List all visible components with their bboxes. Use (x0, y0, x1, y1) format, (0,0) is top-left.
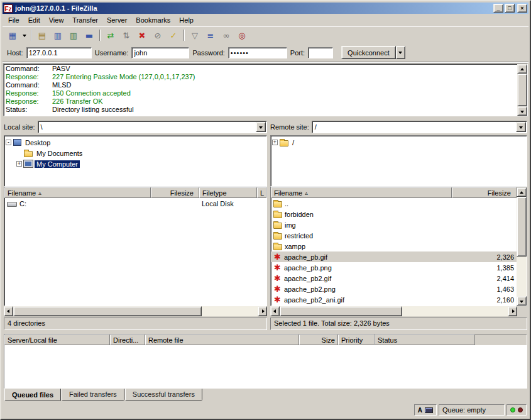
port-input[interactable] (308, 47, 333, 58)
disconnect-button[interactable]: ⊘ (150, 28, 165, 42)
tab[interactable]: Failed transfers (62, 389, 124, 401)
sync-browse-button[interactable]: ∞ (219, 28, 234, 42)
file-row[interactable]: apache_pb.png 1,385 (271, 262, 517, 273)
remote-site-combo[interactable]: / (312, 121, 527, 133)
remote-vscrollbar[interactable] (517, 187, 527, 306)
tree-item-label[interactable]: / (290, 139, 296, 146)
scrollbar-track[interactable] (13, 306, 258, 316)
tree-item[interactable]: + My Computer (16, 158, 265, 169)
tree-item[interactable]: + / (272, 137, 525, 148)
column-header[interactable]: Filetype (199, 187, 257, 198)
minimize-button[interactable]: _ (493, 4, 503, 13)
tab[interactable]: Queued files (4, 389, 61, 401)
column-header[interactable]: Filename▵ (4, 187, 151, 198)
file-name-cell: apache_pb.gif (271, 253, 452, 261)
host-input[interactable] (26, 47, 92, 58)
local-site-combo[interactable]: \ (38, 121, 267, 133)
tree-item[interactable]: - Desktop (6, 137, 265, 148)
scrollbar-track[interactable] (280, 306, 508, 316)
cancel-button[interactable]: ✖ (134, 28, 150, 42)
queue-column-header[interactable]: Remote file (145, 334, 299, 345)
menu-item[interactable]: Bookmarks (131, 14, 175, 26)
menu-item[interactable]: Transfer (68, 14, 102, 26)
scroll-down-button[interactable] (517, 296, 527, 306)
toolbar-separator[interactable] (29, 29, 34, 41)
verify-certificate-button[interactable]: ✓ (166, 28, 181, 42)
scroll-right-button[interactable] (258, 306, 267, 316)
refresh-button[interactable]: ⇄ (103, 28, 118, 42)
combo-dropdown-button[interactable] (256, 122, 266, 132)
scrollbar-track[interactable] (517, 74, 527, 106)
file-row[interactable]: xampp (271, 241, 517, 251)
scroll-left-button[interactable] (4, 306, 13, 316)
password-input[interactable] (228, 47, 287, 58)
menu-item[interactable]: Edit (24, 14, 45, 26)
filter-button[interactable]: ▽ (187, 28, 202, 42)
toolbar-dropdown-arrow[interactable] (21, 28, 28, 42)
compare-button[interactable]: ≡ (203, 28, 218, 42)
file-icon (273, 223, 282, 229)
file-row[interactable]: apache_pb.gif 2,326 (271, 251, 517, 262)
toggle-log-button[interactable]: ▤ (35, 28, 50, 42)
title-bar[interactable]: Fz john@127.0.0.1 - FileZilla _ □ × (3, 3, 528, 14)
scroll-up-button[interactable] (517, 64, 527, 74)
find-button[interactable]: ◎ (234, 28, 249, 42)
file-row[interactable]: apache_pb2.png 1,463 (271, 284, 517, 294)
close-button[interactable]: × (517, 4, 527, 13)
site-manager-button[interactable]: ▦ (5, 28, 20, 42)
scroll-right-button[interactable] (508, 306, 517, 316)
toolbar-separator[interactable] (182, 29, 187, 41)
file-row[interactable]: C: Local Disk (4, 198, 266, 209)
queue-column-header[interactable]: Server/Local file (4, 334, 110, 345)
log-scrollbar[interactable] (517, 64, 527, 116)
toolbar-separator[interactable] (97, 29, 102, 41)
local-hscrollbar[interactable] (4, 306, 267, 316)
scroll-left-button[interactable] (270, 306, 280, 316)
toggle-queue-button[interactable]: ▬ (82, 28, 97, 42)
tree-item-label[interactable]: My Computer (35, 160, 80, 168)
column-header[interactable]: Filesize (151, 187, 199, 198)
column-header[interactable]: Filename▵ (271, 187, 452, 198)
username-input[interactable] (131, 47, 189, 58)
queue-column-header[interactable]: Status (375, 334, 475, 345)
toggle-remote-tree-button[interactable]: ▥ (66, 28, 81, 42)
scrollbar-thumb[interactable] (280, 306, 402, 316)
menu-item[interactable]: Server (102, 14, 131, 26)
file-row[interactable]: apache_pb2.gif 2,414 (271, 273, 517, 284)
menu-item[interactable]: Help (175, 14, 198, 26)
remote-hscrollbar[interactable] (270, 306, 527, 316)
scrollbar-thumb[interactable] (517, 197, 527, 257)
quickconnect-dropdown-button[interactable] (396, 46, 405, 59)
tree-expander[interactable]: - (6, 140, 11, 145)
menu-item[interactable]: File (4, 14, 24, 26)
toggle-local-tree-button[interactable]: ▥ (50, 28, 65, 42)
tree-item-label[interactable]: My Documents (35, 150, 84, 157)
column-header[interactable]: L (257, 187, 266, 198)
tree-item-label[interactable]: Desktop (23, 139, 52, 146)
file-row[interactable]: restricted (271, 230, 517, 241)
queue-column-header[interactable]: Directi... (110, 334, 145, 345)
menu-item[interactable]: View (45, 14, 68, 26)
file-row[interactable]: .. (271, 198, 517, 209)
scrollbar-track[interactable] (517, 197, 527, 296)
tree-item[interactable]: My Documents (16, 148, 265, 158)
remote-directory-tree[interactable]: + / (270, 135, 527, 187)
tree-expander[interactable]: + (16, 161, 22, 167)
file-row[interactable]: apache_pb2_ani.gif 2,160 (271, 294, 517, 305)
tab[interactable]: Successful transfers (125, 389, 202, 401)
scroll-up-button[interactable] (517, 187, 527, 197)
file-row[interactable]: forbidden (271, 209, 517, 219)
process-queue-button[interactable]: ⇅ (119, 28, 134, 42)
scroll-down-button[interactable] (517, 106, 527, 116)
scrollbar-thumb[interactable] (517, 74, 527, 106)
combo-dropdown-button[interactable] (516, 122, 526, 132)
maximize-button[interactable]: □ (505, 4, 515, 13)
scrollbar-thumb[interactable] (13, 306, 202, 316)
local-directory-tree[interactable]: - Desktop My Documents + My Computer (4, 135, 267, 187)
file-row[interactable]: img (271, 219, 517, 230)
queue-column-header[interactable]: Size (299, 334, 338, 345)
quickconnect-button[interactable]: Quickconnect (341, 46, 396, 59)
queue-column-header[interactable]: Priority (338, 334, 375, 345)
column-header[interactable]: Filesize (452, 187, 517, 198)
tree-expander[interactable]: + (272, 140, 278, 145)
